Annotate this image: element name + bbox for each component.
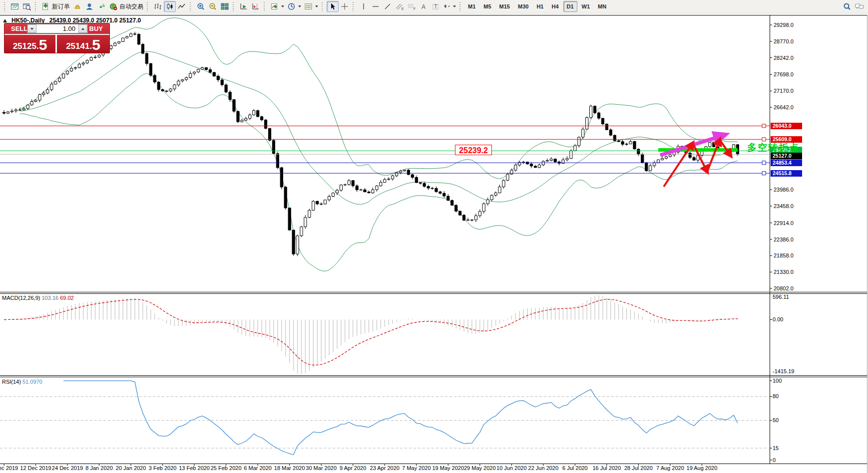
svg-text:18 Mar 2020: 18 Mar 2020 — [274, 465, 305, 471]
svg-text:21330.0: 21330.0 — [774, 269, 794, 275]
buy-button[interactable]: BUY — [89, 25, 103, 32]
horizontal-line-button[interactable] — [370, 1, 382, 12]
svg-text:13 Feb 2020: 13 Feb 2020 — [179, 465, 210, 471]
fibonacci-icon: F — [407, 2, 416, 10]
svg-text:80: 80 — [773, 393, 779, 399]
chart-shift-button[interactable] — [250, 1, 262, 12]
chat-bubbles-icon — [855, 2, 865, 10]
main-toolbar: 新订单 自动交易 — [0, 0, 868, 13]
timeframe-button-D1[interactable]: D1 — [563, 1, 577, 12]
bollinger-bands — [20, 18, 738, 271]
sell-price-big: 5 — [39, 38, 47, 51]
timeframe-button-H1[interactable]: H1 — [533, 1, 547, 12]
chinese-note-annotation[interactable]: 多空转折点 — [747, 141, 800, 154]
chart-frame: 29298.028770.028242.027698.027170.026642… — [0, 15, 868, 473]
text-button[interactable]: A — [418, 1, 430, 12]
search-icon — [843, 2, 852, 10]
search-button[interactable] — [841, 1, 853, 12]
price-level-label: 24853.4 — [771, 160, 802, 166]
svg-text:7 Aug 2020: 7 Aug 2020 — [656, 465, 684, 471]
volume-increase-button[interactable] — [78, 24, 87, 33]
vertical-line-icon — [360, 2, 367, 10]
svg-text:25 Feb 2020: 25 Feb 2020 — [211, 465, 242, 471]
arrows-button[interactable] — [441, 1, 457, 12]
toolbar-grip — [4, 2, 7, 11]
svg-text:30 Mar 2020: 30 Mar 2020 — [306, 465, 337, 471]
zoom-in-button[interactable] — [195, 1, 207, 12]
timeframe-button-M5[interactable]: M5 — [480, 1, 494, 12]
volume-decrease-button[interactable] — [27, 24, 36, 33]
auto-scroll-button[interactable] — [238, 1, 250, 12]
timeframe-button-M15[interactable]: M15 — [496, 1, 513, 12]
candlestick-chart-button[interactable] — [164, 1, 176, 12]
autotrading-label: 自动交易 — [119, 2, 143, 11]
price-level-label: 24515.8 — [771, 170, 802, 177]
svg-text:22 Jun 2020: 22 Jun 2020 — [528, 465, 559, 471]
svg-text:24 Dec 2019: 24 Dec 2019 — [52, 465, 83, 471]
svg-text:20802.0: 20802.0 — [774, 285, 794, 291]
zoom-out-button[interactable] — [207, 1, 219, 12]
fibonacci-button[interactable]: F — [406, 1, 418, 12]
chart-window-icon — [10, 2, 19, 10]
toolbar-grip — [264, 2, 267, 11]
templates-button[interactable] — [303, 1, 320, 12]
new-order-button[interactable]: 新订单 — [40, 1, 71, 12]
candles — [2, 32, 739, 256]
toolbar-grip — [35, 2, 38, 11]
signals-button[interactable] — [95, 1, 107, 12]
timeframe-button-W1[interactable]: W1 — [578, 1, 594, 12]
trendline-button[interactable] — [382, 1, 394, 12]
buy-price[interactable]: 25141.5 — [57, 35, 109, 53]
svg-text:22386.0: 22386.0 — [774, 236, 794, 242]
bar-chart-button[interactable] — [152, 1, 164, 12]
svg-text:-1415.19: -1415.19 — [773, 368, 794, 374]
sell-price[interactable]: 25125.5 — [4, 35, 55, 53]
svg-text:8 Jan 2020: 8 Jan 2020 — [85, 465, 112, 471]
trade-panel-divider — [4, 34, 109, 35]
rsi-value: 51.0970 — [22, 379, 42, 385]
tile-windows-button[interactable] — [219, 1, 231, 12]
svg-text:23986.0: 23986.0 — [774, 187, 794, 193]
chart-area[interactable]: 596.110.00-1415.19100805015029298.028770… — [0, 0, 868, 473]
periods-button[interactable] — [286, 1, 303, 12]
text-label-icon: T — [432, 2, 439, 10]
macd-name: MACD(12,26,9) — [2, 295, 40, 301]
autotrading-button[interactable]: 自动交易 — [107, 1, 145, 12]
svg-text:29 May 2020: 29 May 2020 — [464, 465, 496, 471]
sell-button[interactable]: SELL — [11, 25, 27, 32]
red-zigzag-arrow — [720, 140, 731, 156]
strategy-tester-button[interactable] — [21, 1, 33, 12]
toolbar-grip — [459, 2, 462, 11]
template-icon — [304, 2, 313, 10]
indicators-button[interactable] — [269, 1, 286, 12]
svg-text:10 Jun 2020: 10 Jun 2020 — [496, 465, 527, 471]
vertical-line-button[interactable] — [358, 1, 370, 12]
svg-text:27698.0: 27698.0 — [774, 71, 794, 77]
chat-button[interactable] — [853, 1, 866, 12]
svg-text:A: A — [422, 3, 426, 10]
crosshair-button[interactable] — [339, 1, 351, 12]
timeframe-button-M30[interactable]: M30 — [514, 1, 532, 12]
volume-input[interactable]: 1.00 — [36, 24, 78, 33]
zoom-in-icon — [196, 2, 205, 10]
line-chart-button[interactable] — [176, 1, 188, 12]
community-button[interactable] — [83, 1, 95, 12]
cursor-icon — [329, 2, 337, 10]
clock-icon — [287, 2, 296, 10]
svg-text:26642.0: 26642.0 — [774, 104, 794, 110]
svg-text:50: 50 — [773, 417, 779, 423]
svg-text:28770.0: 28770.0 — [774, 38, 794, 44]
market-depth-button[interactable] — [71, 1, 83, 12]
price-tag-annotation[interactable]: 25239.2 — [455, 145, 492, 155]
chart-window-button[interactable] — [9, 1, 21, 12]
collapse-icon[interactable] — [3, 19, 7, 22]
timeframe-button-MN[interactable]: MN — [594, 1, 610, 12]
cursor-button[interactable] — [327, 1, 339, 12]
timeframe-button-M1[interactable]: M1 — [464, 1, 479, 12]
timeframe-button-H4[interactable]: H4 — [548, 1, 562, 12]
channel-button[interactable]: E — [394, 1, 406, 12]
one-click-trade-panel: SELL BUY 1.00 25125.5 25141.5 — [4, 23, 110, 53]
svg-text:100: 100 — [773, 378, 782, 384]
text-label-button[interactable]: T — [430, 1, 441, 12]
dropdown-caret-icon — [315, 5, 318, 7]
